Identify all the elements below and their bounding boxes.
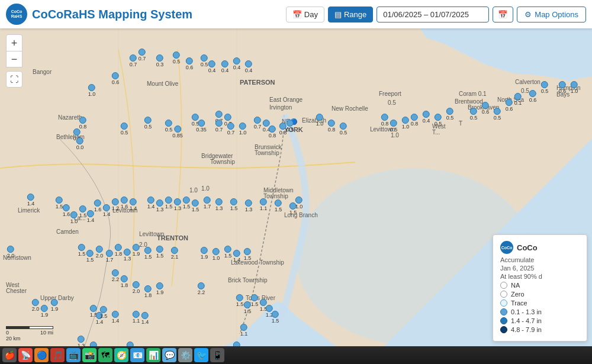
data-point[interactable]: 1.5 — [272, 311, 279, 324]
taskbar-icon-maps[interactable]: 🗺 — [98, 348, 112, 362]
data-point[interactable]: 0.1 — [514, 93, 522, 106]
taskbar-icon-photos[interactable]: 📸 — [82, 348, 96, 362]
data-point[interactable]: 0.4 — [221, 60, 229, 73]
data-point[interactable]: 1.5 — [251, 294, 259, 307]
data-point[interactable]: 1.4 — [27, 194, 35, 207]
data-point[interactable]: 0.5 — [121, 123, 128, 136]
data-point[interactable]: 0.5 — [201, 54, 208, 67]
day-button[interactable]: 📅 Day — [286, 7, 324, 22]
data-point[interactable]: 0.5 — [390, 120, 398, 133]
data-point[interactable]: 1.9 — [51, 299, 59, 312]
taskbar-icon-excel[interactable]: 📊 — [146, 348, 160, 362]
data-point[interactable]: 1.5 — [244, 301, 252, 314]
data-point[interactable]: 1.5 — [275, 199, 282, 212]
data-point[interactable]: 1.9 — [133, 244, 140, 257]
data-point[interactable]: 0.6 — [186, 57, 194, 70]
data-point[interactable]: 1.5 — [236, 294, 244, 307]
data-point[interactable]: 0.5 — [173, 51, 181, 65]
taskbar-icon-settings[interactable]: ⚙️ — [178, 348, 192, 362]
range-button[interactable]: ▤ Range — [328, 7, 373, 22]
data-point[interactable]: 0.5 — [144, 117, 152, 130]
taskbar-icon-messages[interactable]: 💬 — [162, 348, 176, 362]
data-point[interactable]: 1.7 — [106, 250, 114, 263]
data-point[interactable]: 0.4 — [423, 111, 430, 124]
date-range-input[interactable] — [377, 7, 489, 22]
data-point[interactable]: 1.3 — [174, 198, 182, 211]
data-point[interactable]: 1.5 — [78, 244, 86, 257]
data-point[interactable]: 2.2 — [112, 269, 120, 282]
data-point[interactable]: 2.0 — [32, 299, 40, 312]
data-point[interactable]: 1.5 — [86, 250, 94, 263]
data-point[interactable]: 0.8 — [328, 120, 336, 133]
data-point[interactable]: 1.5 — [244, 248, 252, 261]
data-point[interactable]: 1.5 — [224, 246, 232, 259]
data-point[interactable]: 0.5 — [446, 108, 454, 121]
data-point[interactable]: 2.0 — [96, 246, 104, 259]
data-point[interactable]: 1.5 — [79, 205, 87, 218]
data-point[interactable]: 0.6 — [506, 99, 513, 112]
data-point[interactable]: 2.0 — [7, 246, 15, 259]
data-point[interactable]: 1.8 — [115, 244, 123, 257]
map-container[interactable]: + − ⛶ 1.00.60.30.50.60.50.40.40.40.40.70… — [0, 28, 592, 346]
map-options-button[interactable]: ⚙ Map Options — [517, 7, 586, 22]
data-point[interactable]: 1.0 — [402, 117, 410, 130]
data-point[interactable]: 1.8 — [144, 285, 152, 298]
data-point[interactable]: 1.5 — [56, 197, 63, 210]
data-point[interactable]: 0.7 — [130, 54, 137, 67]
data-point[interactable]: 0.0 — [76, 137, 84, 150]
data-point[interactable]: 0.5 — [340, 123, 348, 136]
data-point[interactable]: 1.5 — [183, 197, 191, 210]
taskbar-icon-mail[interactable]: 📧 — [130, 348, 144, 362]
data-point[interactable]: 0.5 — [287, 120, 294, 133]
data-point[interactable]: 1.3 — [245, 199, 253, 212]
data-point[interactable]: 0.8 — [381, 114, 389, 127]
data-point[interactable]: 1.1 — [240, 324, 248, 337]
data-point[interactable]: 1.0 — [70, 211, 78, 224]
data-point[interactable]: 1.5 — [156, 246, 164, 259]
data-point[interactable]: 0.85 — [172, 125, 183, 138]
data-point[interactable]: 1.4 — [87, 210, 95, 223]
data-point[interactable]: 1.4 — [103, 204, 111, 217]
calendar-picker-button[interactable]: 📅 — [493, 7, 513, 22]
taskbar-icon-jam[interactable]: 📡 — [18, 348, 33, 362]
data-point[interactable]: 1.4 — [233, 250, 241, 263]
data-point[interactable]: 1.3 — [124, 249, 131, 262]
taskbar-icon-apple[interactable]: 🍎 — [2, 348, 17, 362]
data-point[interactable]: 1.3 — [215, 198, 223, 211]
data-point[interactable]: 0.7 — [254, 117, 262, 130]
data-point[interactable]: 0.7 — [227, 123, 235, 136]
data-point[interactable]: 0.8 — [269, 125, 276, 138]
data-point[interactable]: 0.3 — [156, 54, 164, 67]
data-point[interactable]: 0.35 — [196, 120, 207, 133]
data-point[interactable]: 0.4 — [233, 57, 241, 70]
data-point[interactable]: 1.3 — [78, 336, 85, 346]
data-point[interactable]: 2.3 — [127, 342, 134, 346]
data-point[interactable]: 0.7 — [215, 120, 223, 133]
data-point[interactable]: 0.6 — [559, 81, 567, 94]
taskbar-icon-tv[interactable]: 📺 — [66, 348, 81, 362]
data-point[interactable]: 0.8 — [79, 117, 87, 130]
data-point[interactable]: 1.9 — [41, 305, 49, 318]
data-point[interactable]: 1.6 — [121, 197, 128, 210]
data-point[interactable]: 1.4 — [130, 198, 137, 211]
data-point[interactable]: 1.5 — [144, 247, 152, 260]
taskbar-icon-twitter[interactable]: 🐦 — [194, 348, 208, 362]
data-point[interactable]: 2.1 — [171, 247, 179, 260]
data-point[interactable]: 1.3 — [156, 199, 164, 212]
data-point[interactable]: 2.0 — [133, 281, 140, 294]
taskbar-icon-music[interactable]: 🎵 — [50, 348, 65, 362]
data-point[interactable]: 1.4 — [112, 311, 120, 324]
data-point[interactable]: 1.5 — [230, 198, 238, 211]
data-point[interactable]: 0.5 — [435, 114, 442, 127]
data-point[interactable]: 1.7 — [204, 197, 211, 210]
data-point[interactable]: 1.4 — [147, 197, 155, 210]
data-point[interactable]: 1.4 — [141, 312, 149, 325]
data-point[interactable]: 1.5 — [100, 306, 108, 319]
data-point[interactable]: 0.6 — [482, 102, 490, 115]
data-point[interactable]: 1.5 — [192, 199, 200, 212]
data-point[interactable]: 2.0 — [90, 342, 98, 346]
data-point[interactable]: 1.2 — [112, 198, 120, 211]
data-point[interactable]: 1.1 — [233, 342, 241, 346]
data-point[interactable]: 0.5 — [165, 120, 173, 133]
data-point[interactable]: 1.0 — [213, 248, 220, 261]
